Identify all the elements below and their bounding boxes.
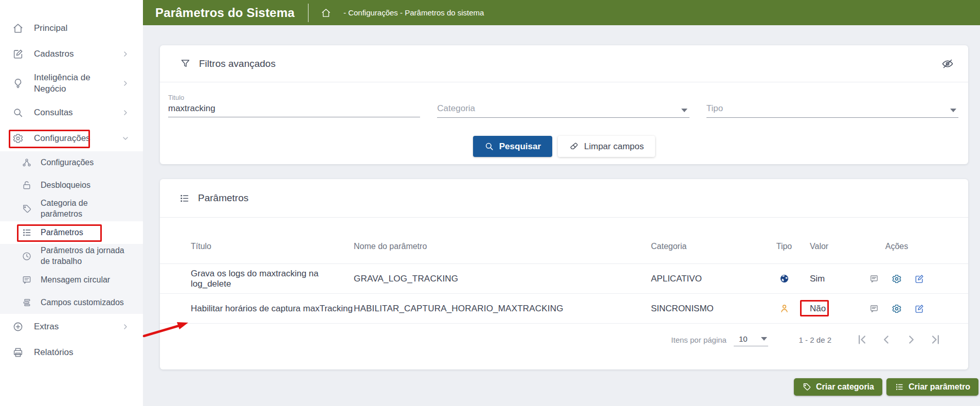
sidebar-item-label: Consultas <box>34 107 121 118</box>
table-header-row: Título Nome do parâmetro Categoria Tipo … <box>160 218 968 264</box>
sidebar-item-extras[interactable]: Extras <box>0 314 143 340</box>
create-parameter-button[interactable]: Criar parâmetro <box>886 378 978 396</box>
submenu-item-parametros[interactable]: Parâmetros <box>0 221 143 244</box>
table-row: Habilitar horários de captura maxTrackin… <box>160 294 968 324</box>
caret-down-icon <box>950 109 956 112</box>
titulo-field-label: Titulo <box>168 94 420 102</box>
filters-title: Filtros avançados <box>199 58 276 69</box>
column-header-tipo: Tipo <box>761 242 807 251</box>
eye-slash-icon[interactable] <box>941 58 954 70</box>
cell-tipo <box>761 303 807 314</box>
cell-categoria: APLICATIVO <box>651 274 761 284</box>
create-category-label: Criar categoria <box>816 382 874 392</box>
cell-acoes <box>869 304 924 314</box>
breadcrumb-home-icon[interactable] <box>321 8 331 18</box>
titulo-input[interactable] <box>168 102 420 117</box>
filters-card: Filtros avançados Titulo Categoria <box>160 45 968 164</box>
search-button-label: Pesquisar <box>499 142 541 152</box>
page-title: Parâmetros do Sistema <box>155 6 295 20</box>
categoria-select[interactable]: Categoria <box>437 94 689 118</box>
submenu-item-label: Configurações <box>41 157 131 168</box>
globe-icon <box>779 273 790 284</box>
submenu-item-label: Desbloqueios <box>41 180 131 191</box>
printer-icon <box>12 347 24 358</box>
cell-titulo: Habilitar horários de captura maxTrackin… <box>191 304 354 314</box>
edit-action-icon[interactable] <box>914 274 924 284</box>
submenu-item-label: Parâmetros <box>41 227 131 238</box>
sidebar-item-label: Relatórios <box>34 347 130 358</box>
filter-buttons-row: Pesquisar Limpar campos <box>160 136 968 157</box>
main-area: Parâmetros do Sistema - Configurações - … <box>143 0 980 406</box>
parameters-card-header: Parâmetros <box>160 179 968 218</box>
page-content: Filtros avançados Titulo Categoria <box>143 25 980 406</box>
sidebar-item-configuracoes[interactable]: Configurações <box>0 126 143 151</box>
configuracoes-submenu: Configurações Desbloqueios Categoria de … <box>0 151 143 314</box>
search-button[interactable]: Pesquisar <box>473 136 552 157</box>
cell-nome-parametro: GRAVA_LOG_TRACKING <box>354 274 651 284</box>
sidebar-item-principal[interactable]: Principal <box>0 15 143 41</box>
filters-card-header: Filtros avançados <box>160 45 968 82</box>
topbar: Parâmetros do Sistema - Configurações - … <box>143 0 980 25</box>
tipo-select[interactable]: Tipo <box>706 94 958 118</box>
column-header-titulo: Título <box>191 242 354 251</box>
create-parameter-label: Criar parâmetro <box>909 382 970 392</box>
sidebar-item-inteligencia-de-negocio[interactable]: Inteligência de Negócio <box>0 67 143 100</box>
cell-valor: Não <box>807 304 869 314</box>
clock-icon <box>22 251 32 261</box>
sidebar-item-label: Principal <box>34 23 130 34</box>
create-category-button[interactable]: Criar categoria <box>794 378 882 396</box>
chevron-right-icon <box>121 109 130 117</box>
next-page-icon[interactable] <box>904 333 918 346</box>
categoria-placeholder: Categoria <box>437 103 475 114</box>
stack-icon <box>22 297 32 308</box>
last-page-icon[interactable] <box>929 333 942 346</box>
tag-icon <box>802 382 811 392</box>
sidebar-item-label: Inteligência de Negócio <box>34 72 121 95</box>
sidebar-item-cadastros[interactable]: Cadastros <box>0 41 143 67</box>
edit-action-icon[interactable] <box>914 304 924 314</box>
gear-action-icon[interactable] <box>892 274 902 284</box>
column-header-valor: Valor <box>807 242 869 251</box>
parameters-title: Parâmetros <box>198 192 248 204</box>
submenu-item-configuracoes[interactable]: Configurações <box>0 151 143 174</box>
cell-categoria: SINCRONISMO <box>651 304 761 314</box>
column-header-nome: Nome do parâmetro <box>354 242 651 251</box>
sidebar: Principal Cadastros Inteligência de Negó… <box>0 0 143 406</box>
tag-icon <box>22 204 32 214</box>
list-icon <box>179 193 190 204</box>
message-icon <box>22 275 32 285</box>
caret-down-icon <box>681 109 687 112</box>
edit-icon <box>12 48 24 60</box>
gear-icon <box>12 133 24 144</box>
lightbulb-icon <box>12 78 24 89</box>
submenu-item-label: Categoria de parâmetros <box>41 198 131 220</box>
submenu-item-categoria-de-parametros[interactable]: Categoria de parâmetros <box>0 197 143 221</box>
comment-action-icon[interactable] <box>869 274 879 284</box>
filter-fields-row: Titulo Categoria Tipo <box>160 82 968 118</box>
column-header-categoria: Categoria <box>651 242 761 251</box>
sidebar-item-label: Cadastros <box>34 48 121 60</box>
first-page-icon[interactable] <box>855 333 868 346</box>
items-per-page-select[interactable]: 10 <box>734 333 768 346</box>
person-icon <box>779 303 790 314</box>
breadcrumb: - Configurações - Parâmetros do sistema <box>343 8 484 17</box>
submenu-item-campos-customizados[interactable]: Campos customizados <box>0 291 143 314</box>
submenu-item-mensagem-circular[interactable]: Mensagem circular <box>0 269 143 291</box>
items-per-page-label: Itens por página <box>671 336 727 344</box>
cell-valor: Sim <box>807 274 869 284</box>
previous-page-icon[interactable] <box>880 333 893 346</box>
filter-funnel-icon <box>180 58 191 69</box>
clear-fields-button-label: Limpar campos <box>584 142 644 152</box>
sidebar-item-relatorios[interactable]: Relatórios <box>0 340 143 365</box>
chevron-right-icon <box>121 79 130 87</box>
submenu-item-desbloqueios[interactable]: Desbloqueios <box>0 174 143 197</box>
tipo-field: Tipo <box>706 94 958 118</box>
submenu-item-label: Parâmetros da jornada de trabalho <box>41 245 131 267</box>
tipo-placeholder: Tipo <box>706 103 723 114</box>
clear-fields-button[interactable]: Limpar campos <box>558 136 655 157</box>
search-icon <box>484 142 494 151</box>
submenu-item-parametros-da-jornada[interactable]: Parâmetros da jornada de trabalho <box>0 244 143 269</box>
gear-action-icon[interactable] <box>892 304 902 314</box>
comment-action-icon[interactable] <box>869 304 879 314</box>
sidebar-item-consultas[interactable]: Consultas <box>0 100 143 126</box>
